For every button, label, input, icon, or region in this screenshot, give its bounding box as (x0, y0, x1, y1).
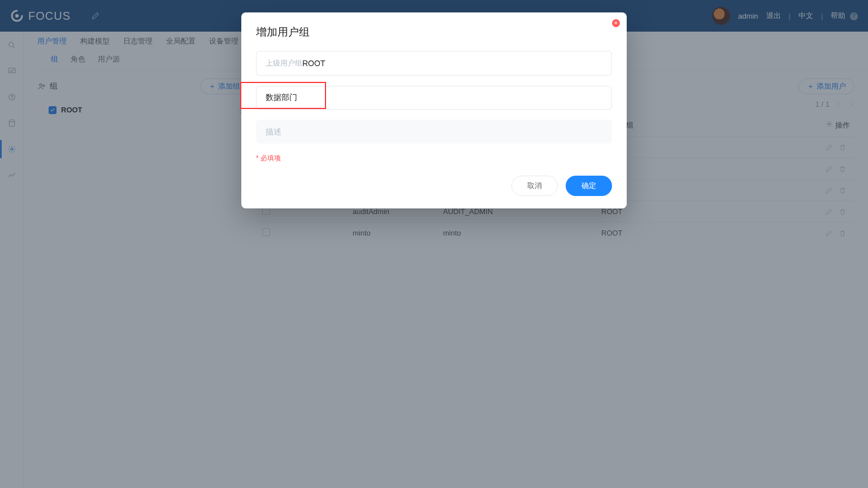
required-hint: * 必填项 (256, 154, 612, 163)
cancel-button[interactable]: 取消 (511, 176, 558, 196)
group-desc-input[interactable] (266, 127, 602, 136)
group-name-input[interactable] (266, 93, 602, 102)
parent-group-label: 上级用户组 (266, 58, 302, 68)
group-desc-field[interactable] (256, 120, 612, 143)
modal-overlay: ✕ 增加用户组 上级用户组 ROOT * 必填项 取消 确定 (0, 0, 868, 488)
add-group-modal: ✕ 增加用户组 上级用户组 ROOT * 必填项 取消 确定 (241, 12, 627, 208)
ok-button[interactable]: 确定 (566, 176, 612, 196)
modal-title: 增加用户组 (256, 25, 612, 40)
group-name-field[interactable] (256, 86, 612, 110)
close-icon[interactable]: ✕ (612, 19, 620, 27)
parent-group-value: ROOT (302, 59, 325, 68)
parent-group-field[interactable]: 上级用户组 ROOT (256, 51, 612, 76)
